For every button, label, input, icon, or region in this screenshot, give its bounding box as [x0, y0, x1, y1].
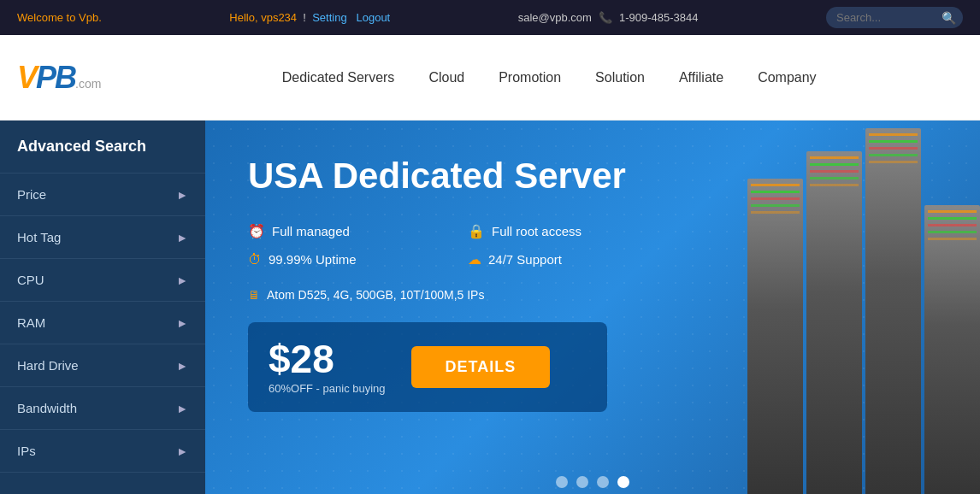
nav-item-company[interactable]: Company — [758, 70, 816, 85]
sidebar-label: IPs — [17, 444, 36, 458]
nav-menu: Dedicated ServersCloudPromotionSolutionA… — [135, 70, 963, 85]
topbar-contact: sale@vpb.com 📞 1-909-485-3844 — [518, 11, 699, 24]
chevron-right-icon: ► — [176, 231, 188, 244]
search-wrapper: 🔍 — [826, 7, 963, 28]
chevron-right-icon: ► — [176, 402, 188, 415]
feature-label: Full managed — [272, 224, 350, 238]
feature-label: Full root access — [492, 224, 582, 238]
sidebar-header: Advanced Search — [0, 121, 205, 173]
contact-email: sale@vpb.com — [518, 11, 592, 24]
carousel-dot-1[interactable] — [576, 476, 588, 488]
feature-icon: ☁ — [468, 251, 481, 268]
chevron-right-icon: ► — [176, 273, 188, 287]
sidebar-label: RAM — [17, 315, 45, 330]
rack-unit-3 — [865, 128, 921, 494]
hero-spec: 🖥 Atom D525, 4G, 500GB, 10T/100M,5 IPs — [248, 288, 676, 302]
nav-item-promotion[interactable]: Promotion — [499, 70, 561, 85]
logo[interactable]: VPB .com — [17, 60, 101, 96]
sidebar-label: Bandwidth — [17, 401, 77, 415]
rack-unit-1 — [747, 179, 803, 495]
main-layout: Advanced Search Price►Hot Tag►CPU►RAM►Ha… — [0, 121, 980, 494]
carousel-dot-2[interactable] — [597, 476, 609, 488]
topbar-user: Hello, vps234 ! Setting Logout — [229, 11, 390, 24]
logo-suffix: .com — [75, 77, 101, 91]
search-button[interactable]: 🔍 — [942, 11, 956, 25]
nav-item-affiliate[interactable]: Affiliate — [679, 70, 723, 85]
sidebar-label: Price — [17, 187, 46, 202]
carousel-dot-3[interactable] — [617, 476, 629, 488]
sidebar: Advanced Search Price►Hot Tag►CPU►RAM►Ha… — [0, 121, 205, 494]
phone-icon: 📞 — [599, 11, 612, 24]
server-rack — [747, 121, 980, 494]
sidebar-item-ips[interactable]: IPs► — [0, 430, 205, 473]
sidebar-item-cpu[interactable]: CPU► — [0, 259, 205, 302]
hero-feature-full-managed: ⏰Full managed — [248, 223, 456, 239]
username[interactable]: vps234 — [261, 11, 297, 24]
details-button[interactable]: DETAILS — [411, 346, 551, 388]
logout-link[interactable]: Logout — [356, 11, 390, 24]
hero-pricing: $28 60%OFF - panic buying DETAILS — [248, 322, 607, 412]
hero-feature-support: ☁24/7 Support — [468, 251, 676, 268]
contact-phone: 1-909-485-3844 — [619, 11, 699, 24]
chevron-right-icon: ► — [176, 316, 188, 330]
spec-text: Atom D525, 4G, 500GB, 10T/100M,5 IPs — [267, 288, 484, 302]
hero-title: USA Dedicated Server — [248, 155, 676, 197]
carousel-dots — [556, 476, 629, 488]
sidebar-item-price[interactable]: Price► — [0, 173, 205, 216]
sidebar-label: CPU — [17, 273, 44, 287]
logo-text: VPB — [17, 60, 75, 96]
hero-feature-full-root: 🔒Full root access — [468, 223, 676, 239]
welcome-text: Welcome to Vpb. — [17, 11, 102, 24]
feature-icon: 🔒 — [468, 223, 485, 239]
nav-item-dedicated-servers[interactable]: Dedicated Servers — [282, 70, 395, 85]
topbar-welcome: Welcome to Vpb. — [17, 11, 102, 24]
navbar: VPB .com Dedicated ServersCloudPromotion… — [0, 35, 980, 121]
price-amount: $28 — [269, 339, 386, 379]
chevron-right-icon: ► — [176, 359, 188, 373]
carousel-dot-0[interactable] — [556, 476, 568, 488]
sidebar-item-hot-tag[interactable]: Hot Tag► — [0, 216, 205, 259]
hero-features: ⏰Full managed🔒Full root access⏱99.99% Up… — [248, 223, 676, 268]
rack-unit-2 — [806, 151, 862, 494]
spec-icon: 🖥 — [248, 288, 260, 302]
feature-icon: ⏰ — [248, 223, 265, 239]
sidebar-item-hard-drive[interactable]: Hard Drive► — [0, 344, 205, 387]
feature-icon: ⏱ — [248, 252, 262, 268]
chevron-right-icon: ► — [176, 444, 188, 458]
rack-unit-4 — [924, 205, 980, 494]
sidebar-label: Hot Tag — [17, 230, 61, 244]
price-discount: 60%OFF - panic buying — [269, 382, 386, 395]
feature-label: 99.99% Uptime — [269, 252, 357, 267]
nav-item-solution[interactable]: Solution — [595, 70, 645, 85]
feature-label: 24/7 Support — [488, 252, 562, 267]
sidebar-item-bandwidth[interactable]: Bandwidth► — [0, 387, 205, 430]
sidebar-item-ram[interactable]: RAM► — [0, 302, 205, 344]
price-block: $28 60%OFF - panic buying — [269, 339, 386, 395]
hero-content: USA Dedicated Server ⏰Full managed🔒Full … — [248, 155, 676, 412]
chevron-right-icon: ► — [176, 188, 188, 202]
setting-link[interactable]: Setting — [312, 11, 346, 24]
hero-banner: USA Dedicated Server ⏰Full managed🔒Full … — [205, 121, 980, 494]
nav-item-cloud[interactable]: Cloud — [428, 70, 464, 85]
server-image — [741, 121, 980, 494]
hero-feature-uptime: ⏱99.99% Uptime — [248, 251, 456, 268]
sidebar-label: Hard Drive — [17, 358, 79, 373]
sidebar-items: Price►Hot Tag►CPU►RAM►Hard Drive►Bandwid… — [0, 173, 205, 473]
